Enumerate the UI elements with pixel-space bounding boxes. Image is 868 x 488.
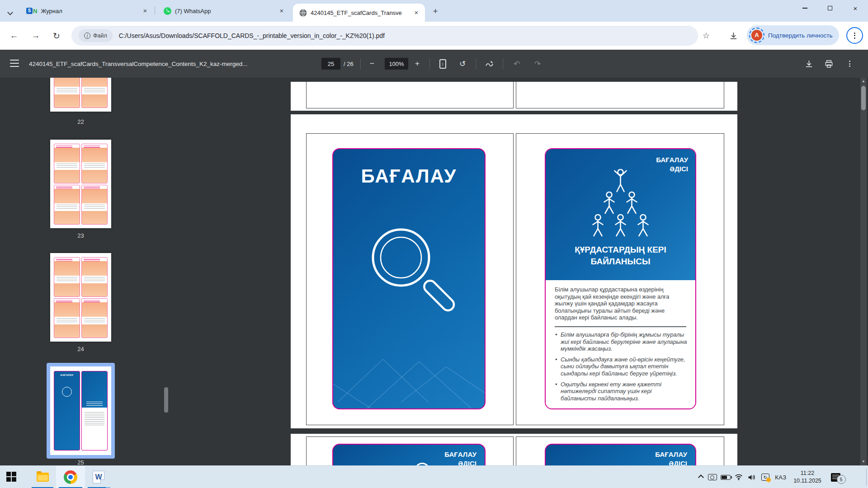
pdf-download-button[interactable] [801, 50, 816, 78]
divider [555, 326, 686, 327]
tab-divider [155, 7, 155, 15]
main-scrollbar[interactable] [860, 78, 867, 465]
tray-expand-button[interactable] [695, 466, 706, 488]
forward-button[interactable] [28, 22, 43, 50]
pen-icon [485, 59, 495, 69]
tray-sync-button[interactable] [759, 466, 772, 488]
time-label: 11:22 [793, 469, 821, 477]
file-explorer-taskbar-button[interactable] [29, 466, 56, 488]
profile-verify-button[interactable]: Подтвердить личность [747, 25, 839, 45]
start-button[interactable] [6, 472, 17, 483]
tray-display-button[interactable] [706, 466, 719, 488]
browser-menu-button[interactable] [846, 27, 863, 44]
close-tab-icon[interactable] [412, 9, 420, 17]
tab-zhurnal[interactable]: Журнал [20, 0, 154, 22]
zoom-in-button[interactable] [410, 50, 425, 78]
method-intro: Білім алушылар құрдастарына өздерінің оқ… [555, 286, 687, 321]
new-tab-button[interactable] [429, 5, 441, 17]
taskbar: КАЗ 11:22 10.11.2025 5 [0, 465, 868, 488]
zoom-level-input[interactable]: 100% [385, 58, 408, 70]
tab-strip: Журнал (7) WhatsApp 4240145_ETF_scafCard… [0, 0, 868, 22]
download-icon [805, 60, 813, 68]
thumbnail-page-23[interactable] [50, 140, 111, 228]
fit-page-button[interactable] [435, 50, 450, 78]
language-indicator[interactable]: КАЗ [772, 466, 789, 488]
assessment-card-title: БАҒАЛАУ [333, 165, 485, 187]
pdf-more-button[interactable] [842, 50, 857, 78]
close-window-button[interactable] [843, 0, 868, 16]
page-number-input[interactable]: 25 [321, 58, 340, 70]
chrome-icon [64, 470, 77, 484]
word-taskbar-button[interactable] [85, 466, 112, 488]
battery-icon [721, 475, 731, 480]
toolbar-separator [476, 58, 476, 69]
window-controls [792, 0, 868, 16]
undo-button[interactable] [509, 50, 524, 78]
tab-pdf-active[interactable]: 4240145_ETF_scafCards_Transve [293, 4, 425, 22]
scroll-up-icon[interactable] [860, 78, 867, 85]
kebab-menu-icon [854, 33, 855, 34]
thumbnail-label: 25 [50, 459, 111, 465]
thumbnail-page-25-selected[interactable]: БАҒАЛАУ [47, 363, 115, 459]
close-tab-icon[interactable] [278, 7, 286, 15]
globe-icon [299, 9, 307, 17]
pdf-menu-button[interactable] [10, 60, 19, 67]
clock[interactable]: 11:22 10.11.2025 [790, 466, 825, 488]
card-frame [516, 82, 724, 108]
method-card-body: Білім алушылар құрдастарына өздерінің оқ… [546, 280, 695, 408]
minimize-button[interactable] [792, 0, 817, 16]
bookmark-star-button[interactable] [698, 22, 714, 50]
method-kicker: БАҒАЛАУ ӘДІСІ [655, 450, 687, 465]
tray-battery-button[interactable] [719, 466, 732, 488]
file-chip-label: Файл [93, 33, 107, 39]
back-button[interactable] [6, 22, 22, 50]
close-tab-icon[interactable] [141, 7, 149, 15]
rotate-button[interactable] [455, 50, 470, 78]
tray-wifi-button[interactable] [732, 466, 745, 488]
thumb-card-method [81, 371, 108, 450]
pdf-page-25: БАҒАЛАУ [291, 114, 737, 428]
bullet-item: Білім алушыларға бір-бірінің жұмысы тура… [555, 331, 687, 352]
maximize-button[interactable] [817, 0, 843, 16]
zoom-out-button[interactable] [364, 50, 380, 78]
notification-center-button[interactable]: 5 [826, 466, 844, 488]
chevron-down-icon [7, 9, 13, 15]
url-omnibox[interactable]: Файл C:/Users/Asus/Downloads/SCAFFOLD_CA… [71, 26, 698, 46]
next-card-left: БАҒАЛАУ ӘДІСІ [332, 444, 486, 465]
toolbar-separator [360, 58, 361, 69]
avatar-sync-ring [749, 28, 764, 43]
pdf-toolbar: 4240145_ETF_scafCards_TransversalCompete… [0, 50, 868, 78]
address-bar: Файл C:/Users/Asus/Downloads/SCAFFOLD_CA… [0, 22, 868, 50]
thumbnail-page-24[interactable] [50, 253, 111, 342]
bullet-item: Сынды қабылдауға және ой-өрісін кеңейтуг… [555, 356, 687, 377]
reload-button[interactable] [49, 22, 64, 50]
chrome-taskbar-button[interactable] [56, 466, 85, 488]
notification-icon: 5 [831, 473, 840, 482]
thumb-card-assess: БАҒАЛАУ [54, 371, 80, 450]
wifi-icon [735, 474, 743, 480]
sidebar-scrollbar-thumb[interactable] [164, 387, 168, 413]
screen: Журнал (7) WhatsApp 4240145_ETF_scafCard… [0, 0, 868, 488]
tab-search-button[interactable] [8, 8, 12, 16]
toolbar-separator [503, 58, 503, 69]
geometric-decor-lines [333, 359, 486, 409]
card-frame [306, 82, 514, 108]
tab-title: 4240145_ETF_scafCards_Transve [311, 9, 402, 16]
main-scrollbar-thumb[interactable] [861, 86, 866, 110]
thumbnail-page-22[interactable] [50, 78, 111, 112]
downloads-button[interactable] [725, 22, 741, 50]
pdf-print-button[interactable] [821, 50, 836, 78]
redo-button[interactable] [530, 50, 545, 78]
show-desktop-divider[interactable] [866, 469, 867, 486]
peer-feedback-card: БАҒАЛАУ ӘДІСІ [545, 148, 696, 409]
tab-whatsapp[interactable]: (7) WhatsApp [157, 0, 290, 22]
toolbar-separator [429, 58, 430, 69]
method-title: ҚҰРДАСТАРДЫҢ КЕРІ БАЙЛАНЫСЫ [546, 244, 695, 267]
next-card-right: БАҒАЛАУ ӘДІСІ [545, 444, 696, 465]
page-total-label: / 26 [344, 50, 354, 78]
file-scheme-chip[interactable]: Файл [79, 29, 113, 42]
annotate-button[interactable] [482, 50, 497, 78]
minimize-icon [802, 8, 807, 9]
tray-volume-button[interactable] [745, 466, 759, 488]
scroll-down-icon[interactable] [860, 458, 867, 465]
